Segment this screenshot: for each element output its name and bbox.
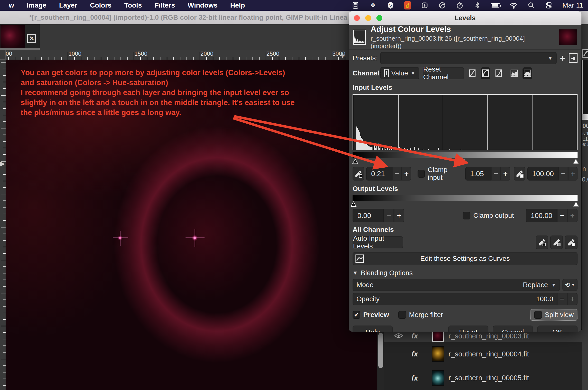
menu-colors[interactable]: Colors	[90, 1, 111, 9]
layer-fx-icon[interactable]: fx	[412, 374, 423, 382]
perceptual-curve-toggle-icon[interactable]	[481, 67, 490, 79]
output-low-field[interactable]: 0.00	[353, 209, 384, 222]
tab-close-icon[interactable]: ✕	[27, 34, 36, 43]
linear-histogram-view-icon[interactable]	[509, 67, 519, 79]
opacity-plus-button[interactable]: +	[567, 293, 578, 305]
layer-thumbnail[interactable]	[432, 330, 444, 341]
preview-checkbox[interactable]: ✔	[353, 311, 360, 319]
cancel-button[interactable]: Cancel	[493, 326, 533, 332]
level-slider-handle[interactable]	[573, 159, 579, 164]
menu-layer[interactable]: Layer	[59, 1, 77, 9]
menu-view[interactable]: w	[9, 1, 14, 9]
search-icon[interactable]	[527, 1, 535, 9]
add-preset-button[interactable]: +	[560, 53, 565, 63]
mode-label: Mode	[356, 281, 374, 289]
input-low-field[interactable]: 0.21	[366, 167, 392, 181]
output-slider-track[interactable]	[353, 201, 578, 208]
input-low-plus-button[interactable]: +	[402, 167, 411, 181]
edit-as-curves-button[interactable]: Edit these Settings as Curves	[353, 252, 578, 265]
output-low-plus-button[interactable]: +	[394, 209, 404, 222]
input-histogram[interactable]	[353, 94, 578, 150]
channel-dropdown[interactable]: I Value ▼	[380, 67, 419, 79]
level-slider-handle[interactable]	[461, 159, 467, 164]
vertical-ruler[interactable]: ▶	[0, 60, 6, 390]
menubar-date[interactable]: Mar 11	[562, 1, 583, 9]
reset-channel-button[interactable]: Reset Channel	[423, 67, 464, 79]
image-tab-thumbnail[interactable]	[0, 25, 25, 48]
minimize-traffic-light[interactable]	[365, 15, 371, 21]
log-histogram-view-icon[interactable]	[523, 67, 532, 79]
input-low-minus-button[interactable]: −	[392, 167, 402, 181]
white-point-picker-button[interactable]	[514, 167, 526, 181]
camo-icon[interactable]	[438, 1, 446, 9]
split-view-checkbox[interactable]	[534, 311, 542, 319]
preset-menu-button[interactable]: ◀	[569, 53, 578, 63]
menu-filters[interactable]: Filters	[155, 1, 175, 9]
black-point-picker-button[interactable]	[353, 167, 364, 181]
control-center-icon[interactable]	[545, 1, 553, 9]
level-slider-handle[interactable]	[573, 201, 579, 207]
share-box-icon[interactable]	[421, 1, 428, 9]
merge-filter-checkbox[interactable]	[398, 311, 406, 319]
wifi-icon[interactable]	[510, 1, 518, 9]
canvas-vertical-scrollbar[interactable]	[377, 332, 384, 390]
opacity-slider-field[interactable]: Opacity 100.0	[353, 293, 557, 305]
blending-disclosure-icon[interactable]: ▼	[353, 270, 358, 276]
auto-input-levels-button[interactable]: Auto Input Levels	[353, 236, 403, 248]
dropbox-icon[interactable]: ❖	[369, 1, 377, 9]
clamp-output-checkbox[interactable]	[463, 212, 470, 219]
curve-toggle-icon[interactable]	[494, 67, 503, 79]
menu-help[interactable]: Help	[230, 1, 245, 9]
menu-image[interactable]: Image	[27, 1, 47, 9]
input-high-field[interactable]: 100.00	[527, 167, 559, 181]
mode-dropdown[interactable]: Mode Replace ▼	[353, 279, 560, 291]
input-gamma-field[interactable]: 1.05	[465, 167, 491, 181]
layer-row[interactable]: fx r_southern_ring_00004.fit	[384, 342, 588, 366]
opacity-minus-button[interactable]: −	[557, 293, 567, 305]
output-high-plus-button[interactable]: +	[567, 209, 578, 222]
layer-row[interactable]: fx r_southern_ring_00003.fit	[384, 330, 588, 342]
input-high-plus-button[interactable]: +	[568, 167, 578, 181]
input-high-minus-button[interactable]: −	[559, 167, 568, 181]
level-slider-handle[interactable]	[352, 159, 358, 164]
ok-button[interactable]: OK	[537, 326, 578, 332]
scrollbar-thumb[interactable]	[378, 333, 383, 368]
layer-row[interactable]: fx r_southern_ring_00005.fit	[384, 366, 588, 390]
orange-app-icon[interactable]: ☝	[404, 1, 411, 9]
layer-thumbnail[interactable]	[432, 370, 444, 386]
layer-name[interactable]: r_southern_ring_00005.fit	[448, 374, 529, 382]
split-view-toggle[interactable]: Split view	[530, 309, 578, 321]
bluetooth-icon[interactable]	[473, 1, 481, 9]
presets-dropdown[interactable]: ▼	[380, 52, 557, 64]
linear-histogram-toggle-icon[interactable]	[468, 67, 477, 79]
output-high-minus-button[interactable]: −	[557, 209, 567, 222]
visibility-eye-icon[interactable]	[394, 333, 403, 340]
output-low-minus-button[interactable]: −	[384, 209, 394, 222]
layer-name[interactable]: r_southern_ring_00004.fit	[448, 350, 529, 358]
keypad-icon[interactable]	[352, 1, 359, 9]
layer-thumbnail[interactable]	[432, 346, 444, 362]
input-gamma-plus-button[interactable]: +	[501, 167, 510, 181]
shield-s-icon[interactable]: S	[387, 1, 394, 9]
input-gamma-minus-button[interactable]: −	[491, 167, 501, 181]
timer-icon[interactable]	[456, 1, 464, 9]
mode-reset-button[interactable]: ⟲ ▼	[562, 279, 578, 291]
pick-white-point-button[interactable]	[565, 236, 578, 249]
layer-name[interactable]: r_southern_ring_00003.fit	[448, 332, 529, 340]
pick-gray-point-button[interactable]	[550, 236, 563, 249]
close-traffic-light[interactable]	[354, 15, 360, 21]
menu-tools[interactable]: Tools	[124, 1, 142, 9]
menu-windows[interactable]: Windows	[188, 1, 218, 9]
input-slider-track[interactable]	[353, 158, 578, 165]
layer-fx-icon[interactable]: fx	[412, 350, 423, 358]
layer-fx-icon[interactable]: fx	[412, 332, 423, 340]
output-high-field[interactable]: 100.00	[526, 209, 557, 222]
pick-black-point-button[interactable]	[536, 236, 548, 249]
level-slider-handle[interactable]	[351, 201, 356, 207]
help-button[interactable]: Help	[353, 326, 393, 332]
clamp-input-checkbox[interactable]	[418, 170, 425, 178]
ruler-corner-box[interactable]	[0, 50, 6, 60]
zoom-traffic-light[interactable]	[376, 15, 382, 21]
dialog-titlebar[interactable]: Levels	[349, 11, 582, 25]
reset-button[interactable]: Reset	[448, 326, 488, 332]
